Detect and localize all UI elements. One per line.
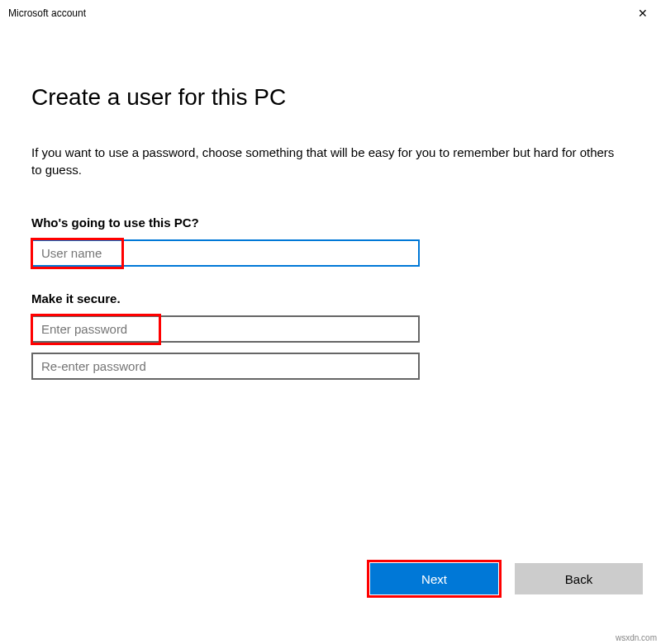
page-description: If you want to use a password, choose so… — [31, 144, 626, 178]
page-title: Create a user for this PC — [31, 84, 630, 111]
next-button[interactable]: Next — [370, 563, 498, 594]
reenter-password-field-wrap — [31, 353, 420, 380]
username-input[interactable] — [31, 239, 420, 267]
close-icon: ✕ — [638, 7, 648, 20]
content-area: Create a user for this PC If you want to… — [0, 26, 661, 380]
footer-buttons: Next Back — [370, 563, 643, 594]
reenter-password-input[interactable] — [31, 353, 420, 380]
who-label: Who's going to use this PC? — [31, 215, 630, 230]
section-who: Who's going to use this PC? — [31, 215, 630, 267]
back-button[interactable]: Back — [515, 563, 643, 594]
secure-label: Make it secure. — [31, 291, 630, 305]
window-title: Microsoft account — [8, 7, 86, 19]
password-input[interactable] — [31, 315, 420, 343]
next-button-wrap: Next — [370, 563, 498, 594]
section-secure: Make it secure. — [31, 291, 630, 380]
close-button[interactable]: ✕ — [624, 0, 661, 26]
next-button-label: Next — [421, 572, 447, 586]
username-field-wrap — [31, 239, 420, 267]
watermark: wsxdn.com — [616, 633, 657, 642]
password-field-wrap — [31, 315, 420, 343]
back-button-label: Back — [565, 572, 592, 586]
titlebar: Microsoft account ✕ — [0, 0, 661, 26]
